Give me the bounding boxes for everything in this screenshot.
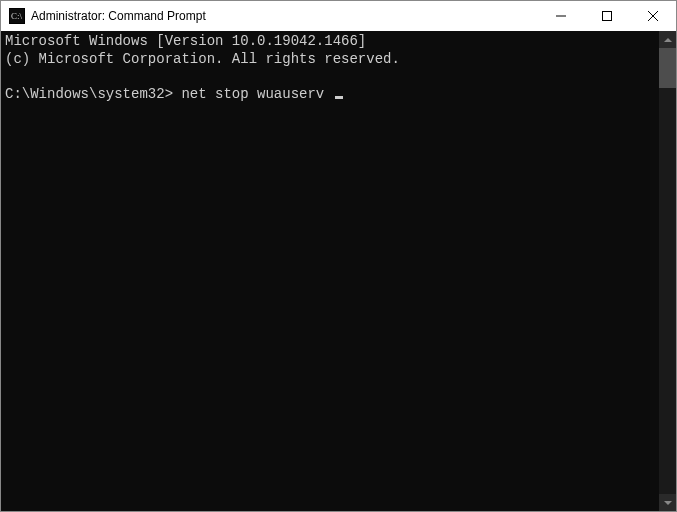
scrollbar[interactable] xyxy=(659,31,676,511)
svg-text:C:\: C:\ xyxy=(11,11,23,21)
scrollbar-track[interactable] xyxy=(659,48,676,494)
window-controls xyxy=(538,1,676,31)
minimize-button[interactable] xyxy=(538,1,584,31)
scroll-down-arrow-icon[interactable] xyxy=(659,494,676,511)
terminal[interactable]: Microsoft Windows [Version 10.0.19042.14… xyxy=(1,31,659,511)
command-prompt-window: C:\ Administrator: Command Prompt Micros… xyxy=(0,0,677,512)
scrollbar-thumb[interactable] xyxy=(659,48,676,88)
svg-rect-4 xyxy=(603,12,612,21)
titlebar[interactable]: C:\ Administrator: Command Prompt xyxy=(1,1,676,31)
close-button[interactable] xyxy=(630,1,676,31)
svg-marker-7 xyxy=(664,38,672,42)
terminal-line: Microsoft Windows [Version 10.0.19042.14… xyxy=(5,33,366,49)
window-title: Administrator: Command Prompt xyxy=(31,9,538,23)
terminal-command: net stop wuauserv xyxy=(181,86,324,102)
terminal-container: Microsoft Windows [Version 10.0.19042.14… xyxy=(1,31,676,511)
cmd-icon: C:\ xyxy=(9,8,25,24)
svg-marker-8 xyxy=(664,501,672,505)
maximize-button[interactable] xyxy=(584,1,630,31)
terminal-prompt: C:\Windows\system32> xyxy=(5,86,173,102)
cursor-icon xyxy=(335,96,343,99)
scroll-up-arrow-icon[interactable] xyxy=(659,31,676,48)
terminal-line: (c) Microsoft Corporation. All rights re… xyxy=(5,51,400,67)
